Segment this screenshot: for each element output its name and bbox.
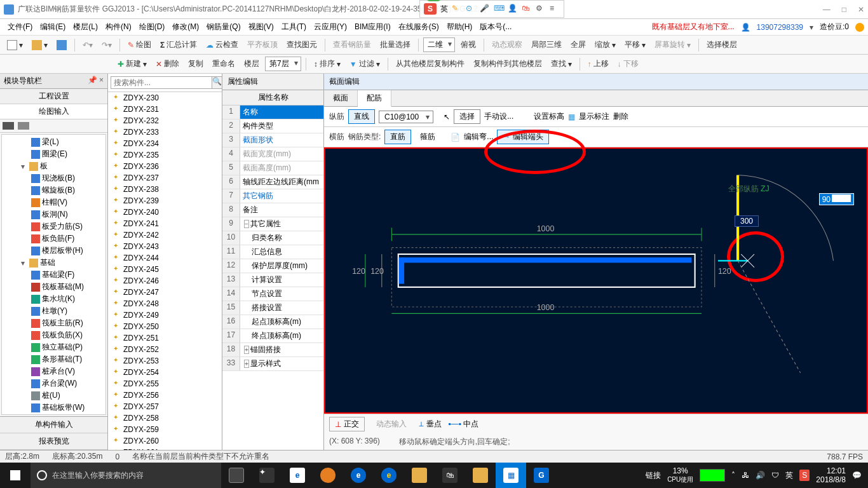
new-file-button[interactable]: ▾ [4, 38, 26, 52]
sum-button[interactable]: Σ 汇总计算 [157, 37, 200, 52]
ime-bar[interactable]: 67 S 英 ✎ ⊙ 🎤 ⌨ 👤 🛍 ⚙ ≡ [419, 0, 564, 18]
property-row[interactable]: 8备注 [222, 203, 323, 217]
property-table[interactable]: 1名称2构件类型3截面形状4截面宽度(mm)5截面高度(mm)6轴线距左边线距离… [222, 105, 323, 450]
component-item[interactable]: ZDYX-233 [108, 126, 222, 138]
component-item[interactable]: ZDYX-249 [108, 309, 222, 321]
ime-keyboard-icon[interactable]: ⌨ [494, 4, 504, 14]
line-button[interactable]: 直线 [348, 109, 375, 124]
cpu-meter[interactable]: 13%CPU使用 [667, 466, 693, 484]
pan-button[interactable]: 平移▾ [621, 37, 649, 52]
tray-up-icon[interactable]: ˄ [731, 471, 735, 480]
tree-node[interactable]: 筏板负筋(X) [3, 329, 104, 341]
move-up-button[interactable]: ↑上移 [585, 57, 612, 71]
section-canvas[interactable]: 1000 1000 120 120 120 全部纵筋 ZJ 300 90 [324, 147, 868, 414]
property-row[interactable]: 13计算设置 [222, 273, 323, 287]
tray-notifications-icon[interactable]: 💬 [852, 471, 862, 480]
property-row[interactable]: 33+显示样式 [222, 357, 323, 371]
app-ie[interactable]: e [374, 463, 404, 488]
component-search-input[interactable] [111, 76, 212, 89]
ime-menu-icon[interactable]: ≡ [550, 4, 560, 14]
tree-node[interactable]: 桩(U) [3, 390, 104, 402]
find-elem-button[interactable]: 查找图元 [283, 37, 320, 52]
bird-view-button[interactable]: 俯视 [458, 37, 479, 52]
tree-node[interactable]: ▾板 [3, 160, 104, 172]
app-1[interactable]: ✦ [252, 463, 282, 488]
component-item[interactable]: ZDYX-255 [108, 378, 222, 390]
ime-mic-icon[interactable]: 🎤 [480, 4, 490, 14]
tray-network-icon[interactable]: 🖧 [742, 471, 749, 480]
app-ggj[interactable]: ▦ [496, 463, 526, 488]
dyninput-toggle[interactable]: 动态输入 [371, 417, 412, 431]
property-row[interactable]: 10归类名称 [222, 231, 323, 245]
ime-settings-icon[interactable]: ⚙ [536, 4, 546, 14]
menu-item[interactable]: 修改(M) [168, 20, 203, 33]
app-note[interactable] [465, 463, 496, 488]
copy-from-button[interactable]: 从其他楼层复制构件 [393, 57, 468, 71]
dyn-view-button[interactable]: 动态观察 [489, 37, 526, 52]
move-down-button[interactable]: ↓下移 [614, 57, 642, 71]
edit-bend-button[interactable]: 编辑弯... [464, 132, 493, 142]
ortho-toggle[interactable]: ⊥正交 [329, 417, 365, 431]
property-row[interactable]: 11汇总信息 [222, 245, 323, 259]
menu-item[interactable]: 在线服务(S) [395, 20, 443, 33]
menu-item[interactable]: 云应用(Y) [310, 20, 351, 33]
tab-settings[interactable]: 工程设置 [0, 89, 107, 104]
undo-button[interactable]: ↶▾ [79, 39, 96, 51]
tree-node[interactable]: 柱墩(Y) [3, 305, 104, 317]
tab-single-input[interactable]: 单构件输入 [0, 417, 107, 433]
new-comp-button[interactable]: ✚新建▾ [114, 57, 150, 71]
tree-node[interactable]: 梁(L) [3, 136, 104, 148]
start-button[interactable] [0, 463, 31, 488]
save-button[interactable] [53, 38, 70, 52]
ime-badge[interactable]: S [424, 3, 437, 15]
nav-mode-1[interactable] [3, 122, 14, 130]
component-item[interactable]: ZDYX-252 [108, 344, 222, 355]
component-item[interactable]: ZDYX-259 [108, 424, 222, 435]
tree-node[interactable]: 基础梁(F) [3, 269, 104, 281]
component-item[interactable]: ZDYX-250 [108, 321, 222, 332]
component-item[interactable]: ZDYX-256 [108, 390, 222, 401]
sort-button[interactable]: ↕排序▾ [311, 57, 344, 71]
tab-report[interactable]: 报表预览 [0, 433, 107, 450]
component-item[interactable]: ZDYX-232 [108, 115, 222, 126]
draw-button[interactable]: ✎绘图 [125, 37, 154, 52]
select-floor-button[interactable]: 选择楼层 [703, 37, 740, 52]
view-steel-button[interactable]: 查看钢筋量 [330, 37, 374, 52]
app-edge2[interactable]: e [343, 463, 374, 488]
tree-node[interactable]: 板受力筋(S) [3, 220, 104, 233]
nav-mode-2[interactable] [18, 122, 29, 130]
tree-node[interactable]: ▾基础 [3, 257, 104, 269]
manual-label[interactable]: 手动设... [484, 111, 513, 122]
delete-rebar-button[interactable]: 删除 [613, 111, 628, 122]
menu-item[interactable]: 版本号(... [476, 20, 515, 33]
component-item[interactable]: ZDYX-243 [108, 241, 222, 252]
component-item[interactable]: ZDYX-260 [108, 435, 222, 447]
component-item[interactable]: ZDYX-254 [108, 367, 222, 378]
menu-item[interactable]: 编辑(E) [36, 20, 69, 33]
tray-volume-icon[interactable]: 🔊 [756, 471, 765, 480]
component-item[interactable]: ZDYX-261 [108, 447, 222, 450]
mid-snap[interactable]: ▪—▪ 中点 [448, 419, 478, 430]
property-row[interactable]: 14节点设置 [222, 287, 323, 301]
select-button[interactable]: 选择 [454, 109, 480, 124]
tree-node[interactable]: 条形基础(T) [3, 353, 104, 365]
component-item[interactable]: ZDYX-240 [108, 207, 222, 218]
property-row[interactable]: 4截面宽度(mm) [222, 147, 323, 161]
ime-opt1-icon[interactable]: ✎ [452, 4, 462, 14]
tree-node[interactable]: 板负筋(F) [3, 233, 104, 245]
menu-item[interactable]: 钢筋量(Q) [203, 20, 244, 33]
nav-tree[interactable]: 梁(L)圈梁(E)▾板现浇板(B)螺旋板(B)柱帽(V)板洞(N)板受力筋(S)… [1, 134, 106, 415]
property-row[interactable]: 15搭接设置 [222, 301, 323, 315]
component-items[interactable]: ZDYX-230ZDYX-231ZDYX-232ZDYX-233ZDYX-234… [108, 92, 222, 450]
tree-node[interactable]: 基础板带(W) [3, 402, 104, 414]
perp-snap[interactable]: ⊥ 垂点 [418, 419, 442, 430]
tree-node[interactable]: ▸其它 [3, 414, 104, 415]
menu-item[interactable]: 楼层(L) [69, 20, 102, 33]
screen-rotate-button[interactable]: 屏幕旋转▾ [651, 37, 694, 52]
rebar-spec-combo[interactable]: C10@100 [379, 111, 433, 123]
app-explorer[interactable] [404, 463, 435, 488]
property-row[interactable]: 1名称 [222, 105, 323, 119]
component-item[interactable]: ZDYX-248 [108, 298, 222, 309]
minimize-button[interactable]: — [823, 5, 831, 14]
component-item[interactable]: ZDYX-251 [108, 332, 222, 344]
